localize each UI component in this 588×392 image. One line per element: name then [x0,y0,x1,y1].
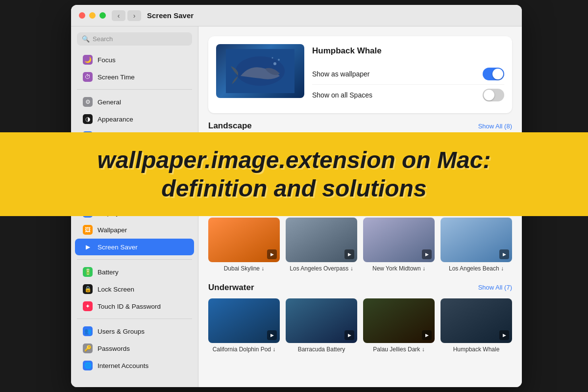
sidebar-item-users-groups[interactable]: 👥Users & Groups [75,323,194,340]
sidebar-separator [77,259,192,260]
passwords-icon: 🔑 [83,343,93,353]
svg-point-3 [278,59,280,61]
show-all-underwater[interactable]: Show All (7) [478,284,512,291]
touch-id-icon: ✦ [83,301,93,311]
thumb-item[interactable]: ▶California Dolphin Pod ↓ [208,298,280,354]
focus-icon: 🌙 [83,55,93,65]
minimize-button[interactable] [89,12,96,19]
section-title-underwater: Underwater [208,283,254,293]
thumb-label: New York Midtown ↓ [363,265,435,273]
thumb-label: Barracuda Battery [286,346,357,354]
thumb-label: Palau Jellies Dark ↓ [363,346,435,354]
sidebar-label-lock-screen: Lock Screen [98,286,134,293]
wallpaper-toggle[interactable] [483,68,504,80]
section-header-underwater: UnderwaterShow All (7) [208,283,512,293]
title-bar: ‹ › Screen Saver [71,5,522,26]
sidebar-separator [77,318,192,319]
spaces-toggle[interactable] [483,89,504,101]
thumb-item[interactable]: ▶Los Angeles Overpass ↓ [286,218,357,273]
fullscreen-button[interactable] [99,12,106,19]
toggle-knob-spaces [484,90,494,100]
thumb-item[interactable]: ▶Palau Jellies Dark ↓ [363,298,435,354]
wallpaper-option-row: Show as wallpaper [312,64,504,85]
search-icon: 🔍 [82,35,90,43]
sidebar-item-appearance[interactable]: ◑Appearance [75,111,194,127]
thumb-image: ▶ [208,218,280,262]
sidebar-label-touch-id: Touch ID & Password [98,303,161,310]
play-icon: ▶ [499,249,509,259]
wallpaper-option-label: Show as wallpaper [312,70,370,78]
sidebar-label-battery: Battery [98,269,119,276]
thumb-image: ▶ [208,298,280,343]
sidebar-item-general[interactable]: ⚙General [75,94,194,110]
sidebar-label-internet-accounts: Internet Accounts [98,362,148,369]
show-all-landscape[interactable]: Show All (8) [478,122,512,130]
svg-point-4 [272,57,273,59]
thumb-label: Los Angeles Overpass ↓ [286,265,357,273]
svg-point-2 [273,62,276,65]
spaces-option-label: Show on all Spaces [312,91,372,99]
thumb-item[interactable]: ▶Dubai Skyline ↓ [208,218,280,273]
saver-name: Humpback Whale [312,46,504,56]
sidebar-label-appearance: Appearance [98,116,133,123]
close-button[interactable] [79,12,85,19]
thumb-image: ▶ [363,218,435,262]
sidebar-label-focus: Focus [98,56,116,64]
thumb-image: ▶ [363,298,435,343]
sidebar-item-passwords[interactable]: 🔑Passwords [75,340,194,357]
thumb-image: ▶ [441,218,512,262]
banner-overlay: wallpaper.image.extension on Mac: defini… [0,132,588,216]
sidebar-label-screen-saver: Screen Saver [98,244,138,251]
saver-preview-image [216,44,304,98]
thumbnails-grid-cityscape: ▶Dubai Skyline ↓▶Los Angeles Overpass ↓▶… [208,218,512,273]
users-groups-icon: 👥 [83,326,93,336]
wallpaper-icon: 🖼 [83,225,93,235]
sidebar-item-screen-saver[interactable]: ▶Screen Saver [75,239,194,255]
thumb-item[interactable]: ▶Barracuda Battery [286,298,357,354]
thumb-image: ▶ [286,218,357,262]
play-icon: ▶ [422,249,432,259]
internet-accounts-icon: 🌐 [83,361,93,370]
search-placeholder: Search [93,35,113,43]
screen-saver-icon: ▶ [83,242,93,252]
banner-line2: definition and solutions [20,174,568,203]
sidebar-item-lock-screen[interactable]: 🔒Lock Screen [75,281,194,297]
sidebar-label-passwords: Passwords [98,345,130,352]
sidebar-item-touch-id[interactable]: ✦Touch ID & Password [75,298,194,315]
thumb-item[interactable]: ▶Humpback Whale [441,298,512,354]
sidebar-item-battery[interactable]: 🔋Battery [75,264,194,280]
sidebar-item-screen-time[interactable]: ⏱Screen Time [75,69,194,85]
thumb-label: Los Angeles Beach ↓ [441,265,512,273]
toggle-knob [492,69,503,79]
thumbnails-grid-underwater: ▶California Dolphin Pod ↓▶Barracuda Batt… [208,298,512,354]
battery-icon: 🔋 [83,267,93,277]
sidebar-item-wallpaper[interactable]: 🖼Wallpaper [75,221,194,238]
play-icon: ▶ [499,330,509,340]
section-underwater: UnderwaterShow All (7)▶California Dolphi… [208,283,512,354]
spaces-option-row: Show on all Spaces [312,85,504,105]
current-saver-panel: Humpback Whale Show as wallpaper Show on… [208,36,512,113]
back-button[interactable]: ‹ [112,10,125,21]
saver-options: Humpback Whale Show as wallpaper Show on… [312,44,504,105]
sidebar-separator [77,89,192,90]
play-icon: ▶ [344,330,354,340]
lock-screen-icon: 🔒 [83,284,93,294]
thumb-item[interactable]: ▶New York Midtown ↓ [363,218,435,273]
play-icon: ▶ [422,330,432,340]
sidebar-label-wallpaper: Wallpaper [98,226,127,234]
section-header-landscape: LandscapeShow All (8) [208,121,512,131]
forward-button[interactable]: › [127,10,141,21]
play-icon: ▶ [267,330,277,340]
sidebar-label-screen-time: Screen Time [98,74,135,81]
traffic-lights [79,12,106,19]
sidebar-item-internet-accounts[interactable]: 🌐Internet Accounts [75,357,194,374]
nav-buttons: ‹ › [112,10,141,21]
thumb-label: Humpback Whale [441,346,512,354]
thumb-item[interactable]: ▶Los Angeles Beach ↓ [441,218,512,273]
general-icon: ⚙ [83,97,93,107]
search-bar[interactable]: 🔍 Search [77,32,192,46]
section-title-landscape: Landscape [208,121,252,131]
screen-time-icon: ⏱ [83,72,93,82]
thumb-image: ▶ [441,298,512,343]
sidebar-item-focus[interactable]: 🌙Focus [75,51,194,68]
